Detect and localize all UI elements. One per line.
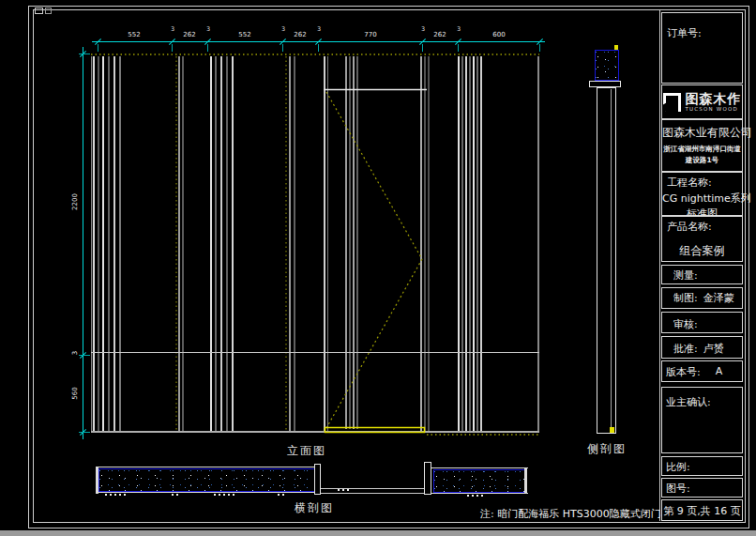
dimension-label: 3 — [457, 25, 461, 33]
scale-label: 比例: — [662, 457, 742, 474]
dimension-extension-line — [172, 44, 173, 52]
dimension-label: 3 — [281, 25, 285, 33]
version-cell: 版本号: A — [661, 360, 743, 382]
page-info-cell: 第 9 页,共 16 页 — [661, 499, 743, 521]
dimension-extension-line — [458, 44, 459, 52]
plan-hatch-ticks — [467, 495, 484, 497]
project-name-line1: CG nighttime系列 — [662, 191, 742, 206]
product-name-label: 产品名称: — [662, 217, 742, 234]
version-label: 版本号: — [666, 365, 701, 379]
plan-section-view-label: 横剖图 — [295, 500, 334, 516]
plan-right-wall — [433, 469, 527, 493]
measure-cell: 测量: — [661, 265, 743, 284]
plan-door-jamb-left — [314, 464, 321, 495]
company-address-line1: 浙江省湖州市南浔口街道 — [662, 145, 742, 154]
elevation-view-label: 立面图 — [287, 443, 326, 459]
approve-cell: 批准: 卢赟 — [661, 336, 743, 359]
door-threshold-highlight — [325, 428, 425, 433]
side-section-yellow-mark — [614, 45, 618, 50]
plan-left-wall — [98, 468, 319, 492]
dimension-extension-line — [318, 44, 319, 52]
plan-door-jamb-right — [424, 462, 431, 495]
dimension-extension-line — [98, 44, 98, 52]
plan-right-top-line — [431, 467, 528, 468]
draft-value: 金泽蒙 — [703, 291, 734, 305]
plan-door-leaf — [321, 488, 426, 494]
page-info: 第 9 页,共 16 页 — [662, 504, 742, 518]
plan-hatch-ticks — [172, 494, 180, 496]
plan-left-top-line — [97, 467, 320, 467]
plan-left-cap — [96, 467, 98, 494]
scale-cell: 比例: — [661, 456, 743, 476]
dimension-label: 262 — [183, 31, 195, 38]
company-name: 图森木业有限公司 — [662, 125, 742, 141]
order-number-cell: 订单号: — [661, 12, 743, 84]
project-name-cell: 工程名称: CG nighttime系列 标准图 — [661, 172, 743, 216]
plan-hatch-ticks — [338, 489, 351, 491]
dimension-extension-line — [79, 54, 90, 54]
dimension-label: 2200 — [71, 193, 79, 210]
bottom-edge-strip — [0, 530, 756, 536]
side-section-panel — [597, 87, 616, 434]
panel-grain-lines — [92, 56, 538, 431]
company-address-line2: 建设路1号 — [662, 156, 742, 165]
dimension-extension-line — [422, 44, 423, 52]
dimension-label: 3 — [171, 25, 174, 33]
dimension-label: 262 — [433, 31, 446, 38]
side-section-panel-inner-line — [611, 89, 612, 432]
draft-cell: 制图: 金泽蒙 — [661, 287, 743, 309]
side-section-view-label: 侧剖图 — [587, 441, 627, 457]
plan-right-cap — [524, 467, 527, 494]
dimension-extension-line — [539, 44, 540, 52]
side-section-flange — [589, 81, 621, 87]
order-number-label: 订单号: — [662, 13, 742, 40]
frame-mark — [45, 8, 52, 14]
plan-right-bottom-line — [431, 493, 528, 494]
dimension-label: 552 — [238, 31, 250, 38]
logo-cell: 图森木作 TUCSON WOOD — [661, 84, 743, 119]
title-block: 订单号: 图森木作 TUCSON WOOD 图森木业有限公司 浙江省湖州市南浔口… — [659, 9, 748, 521]
dimension-label: 3 — [421, 25, 425, 33]
dimension-label: 600 — [492, 31, 505, 38]
side-section-yellow-corner — [610, 427, 614, 433]
elevation-view — [91, 54, 539, 436]
measure-label: 测量: — [662, 266, 742, 283]
dimension-label: 262 — [294, 31, 306, 38]
dimension-label: 3 — [206, 25, 210, 33]
dimension-label: 770 — [364, 31, 376, 38]
approve-label: 批准: — [673, 342, 698, 356]
drawing-note: 注: 暗门配海福乐 HTS3000隐藏式闭门器 — [480, 507, 672, 521]
side-section-header-block — [595, 50, 619, 81]
approve-value: 卢赟 — [703, 342, 724, 356]
plan-hatch-ticks — [278, 494, 286, 496]
dimension-label: 552 — [128, 31, 140, 38]
product-name-cell: 产品名称: 组合案例 — [661, 216, 743, 262]
plan-hatch-ticks — [214, 494, 236, 496]
left-dimension-line — [83, 47, 83, 439]
plan-left-bottom-line — [97, 492, 320, 493]
draft-label: 制图: — [673, 291, 698, 305]
version-value: A — [716, 365, 723, 379]
company-cell: 图森木业有限公司 浙江省湖州市南浔口街道 建设路1号 — [661, 119, 743, 172]
drawing-number-cell: 图号: — [661, 478, 743, 498]
owner-confirm-label: 业主确认: — [662, 388, 742, 409]
logo-subtext: TUCSON WOOD — [686, 107, 742, 113]
owner-confirm-cell: 业主确认: — [661, 387, 743, 453]
dimension-label: 560 — [71, 387, 79, 399]
tucson-logo-icon — [663, 93, 681, 112]
dimension-extension-line — [282, 44, 283, 52]
dimension-label: 3 — [71, 351, 79, 355]
review-label: 审核: — [662, 313, 742, 331]
dimension-extension-line — [207, 44, 208, 52]
review-cell: 审核: — [661, 312, 743, 333]
plan-hatch-ticks — [105, 494, 128, 496]
drawing-number-label: 图号: — [662, 479, 742, 496]
door-swing-lines — [326, 92, 422, 428]
cad-drawing-screen: 552326235523262377032623600 22003560 — [0, 0, 756, 536]
dimension-label: 3 — [317, 25, 321, 33]
project-name-label: 工程名称: — [662, 173, 742, 190]
logo-name: 图森木作 — [686, 92, 742, 105]
top-dimension-labels: 552326235523262377032623600 — [0, 31, 756, 40]
frame-mark — [35, 8, 43, 14]
dimension-extension-line — [79, 355, 90, 356]
